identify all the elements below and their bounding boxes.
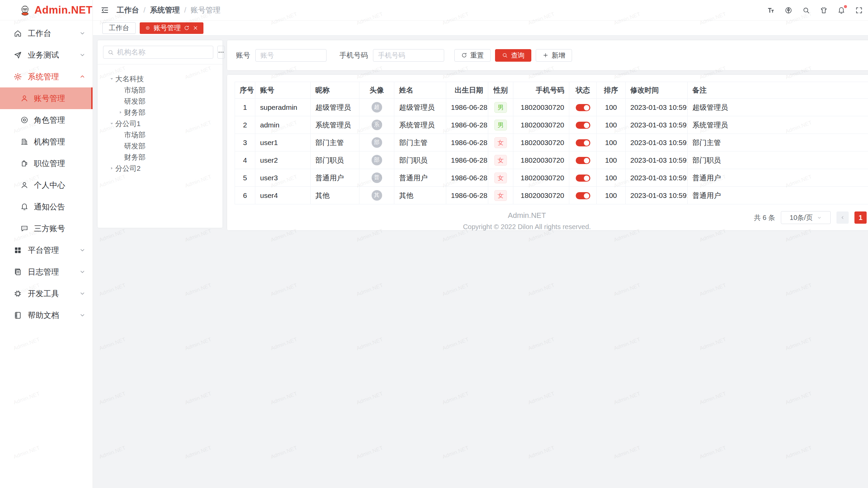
right-column: 账号 手机号码 重置 查询	[227, 40, 868, 230]
cell-nickname: 部门职员	[311, 151, 359, 169]
cell-account: user1	[255, 134, 311, 151]
sidebar-item[interactable]: 业务测试	[0, 44, 93, 66]
tree-node-label: 大名科技	[115, 74, 144, 84]
watermark-text: Admin.NET	[98, 391, 126, 406]
search-icon	[502, 52, 508, 58]
caret-right-icon[interactable]	[117, 110, 124, 115]
fullscreen-icon[interactable]	[855, 6, 863, 14]
sidebar-subitem[interactable]: 职位管理	[0, 152, 93, 174]
query-button[interactable]: 查询	[495, 49, 531, 62]
theme-icon[interactable]	[820, 6, 828, 14]
search-icon[interactable]	[802, 6, 810, 14]
sidebar-subitem[interactable]: 角色管理	[0, 109, 93, 131]
tab-workbench[interactable]: 工作台	[102, 22, 136, 34]
caret-spacer	[117, 132, 124, 138]
cell-sort: 100	[597, 99, 626, 116]
status-toggle[interactable]	[576, 122, 590, 129]
watermark-text: Admin.NET	[699, 391, 727, 406]
caret-down-icon[interactable]	[108, 121, 115, 126]
watermark-text: Admin.NET	[785, 282, 813, 298]
book-icon	[14, 311, 22, 320]
tab-label: 账号管理	[154, 23, 181, 33]
sidebar-subitem[interactable]: 三方账号	[0, 218, 93, 239]
tree-node[interactable]: 分公司2	[103, 163, 217, 174]
tree-node[interactable]: 市场部	[103, 129, 217, 140]
sidebar-item[interactable]: 帮助文档	[0, 304, 93, 326]
watermark-text: Admin.NET	[184, 337, 212, 352]
tree-node[interactable]: 市场部	[103, 84, 217, 96]
org-more-button[interactable]	[217, 46, 225, 59]
cell-name: 普通用户	[394, 169, 446, 187]
tree-node[interactable]: 分公司1	[103, 118, 217, 129]
sidebar-subitem[interactable]: 个人中心	[0, 174, 93, 196]
cell-index: 3	[235, 134, 255, 151]
org-tree-header	[103, 46, 217, 59]
avatar: 普	[372, 172, 382, 183]
status-toggle[interactable]	[576, 157, 590, 164]
sidebar-item[interactable]: 开发工具	[0, 283, 93, 304]
account-input[interactable]	[255, 49, 327, 62]
caret-spacer	[117, 143, 124, 149]
column-header: 出生日期	[446, 82, 488, 99]
cell-index: 2	[235, 116, 255, 134]
cell-status	[569, 151, 597, 169]
cell-index: 6	[235, 187, 255, 204]
tree-node[interactable]: 研发部	[103, 140, 217, 151]
caret-spacer	[117, 87, 124, 93]
sidebar-subitem[interactable]: 通知公告	[0, 196, 93, 218]
status-toggle[interactable]	[576, 139, 590, 146]
refresh-tab-icon[interactable]	[184, 25, 190, 31]
watermark-text: Admin.NET	[356, 445, 384, 460]
sidebar-item[interactable]: 系统管理	[0, 66, 93, 87]
status-toggle[interactable]	[576, 192, 590, 199]
tree-node[interactable]: 大名科技	[103, 73, 217, 84]
cell-birth-date: 1986-06-28	[446, 151, 488, 169]
sidebar-item[interactable]: 日志管理	[0, 261, 93, 283]
org-search-input[interactable]	[117, 48, 209, 56]
tree-node[interactable]: 财务部	[103, 107, 217, 118]
gender-badge: 女	[494, 190, 507, 201]
add-button[interactable]: 新增	[536, 49, 572, 62]
breadcrumb-item[interactable]: 系统管理	[150, 5, 180, 15]
tree-node[interactable]: 财务部	[103, 151, 217, 163]
notification-icon[interactable]	[837, 6, 845, 14]
cell-remark: 普通用户	[688, 187, 868, 204]
logo[interactable]: Admin.NET	[0, 0, 93, 20]
sidebar-item-label: 平台管理	[28, 245, 59, 256]
logo-mascot-icon	[19, 3, 31, 17]
status-toggle[interactable]	[576, 175, 590, 182]
watermark-text: Admin.NET	[699, 282, 727, 298]
breadcrumb-item[interactable]: 工作台	[117, 5, 139, 15]
watermark-text: Admin.NET	[527, 445, 555, 460]
font-size-icon[interactable]	[767, 6, 775, 14]
caret-down-icon[interactable]	[108, 76, 115, 82]
cell-name: 超级管理员	[394, 99, 446, 116]
watermark-text: Admin.NET	[527, 337, 555, 352]
topbar: 工作台 / 系统管理 / 账号管理 superadmin	[93, 0, 868, 20]
phone-input[interactable]	[373, 49, 444, 62]
collapse-sidebar-icon[interactable]	[100, 6, 109, 15]
status-toggle[interactable]	[576, 104, 590, 111]
language-icon[interactable]	[785, 6, 792, 14]
caret-right-icon[interactable]	[108, 166, 115, 171]
cell-status	[569, 116, 597, 134]
chevron-down-icon	[79, 290, 86, 297]
cell-sort: 100	[597, 169, 626, 187]
close-tab-icon[interactable]	[193, 25, 198, 31]
sidebar-subitem[interactable]: 账号管理	[0, 87, 93, 109]
sidebar-subitem[interactable]: 机构管理	[0, 131, 93, 152]
bell-icon	[20, 203, 28, 211]
avatar: 部	[372, 155, 382, 165]
sidebar-subitem-label: 职位管理	[34, 158, 65, 169]
reset-button[interactable]: 重置	[454, 49, 491, 62]
tab-account-management[interactable]: 账号管理	[140, 22, 203, 34]
sidebar-item[interactable]: 工作台	[0, 22, 93, 44]
tree-node[interactable]: 研发部	[103, 96, 217, 107]
tree-node-label: 研发部	[124, 141, 145, 151]
send-icon	[14, 51, 22, 59]
cell-modify-time: 2023-01-03 10:59:44	[626, 169, 688, 187]
cell-phone: 18020030720	[513, 187, 569, 204]
cell-name: 部门职员	[394, 151, 446, 169]
watermark-text: Admin.NET	[441, 282, 470, 298]
sidebar-item[interactable]: 平台管理	[0, 239, 93, 261]
